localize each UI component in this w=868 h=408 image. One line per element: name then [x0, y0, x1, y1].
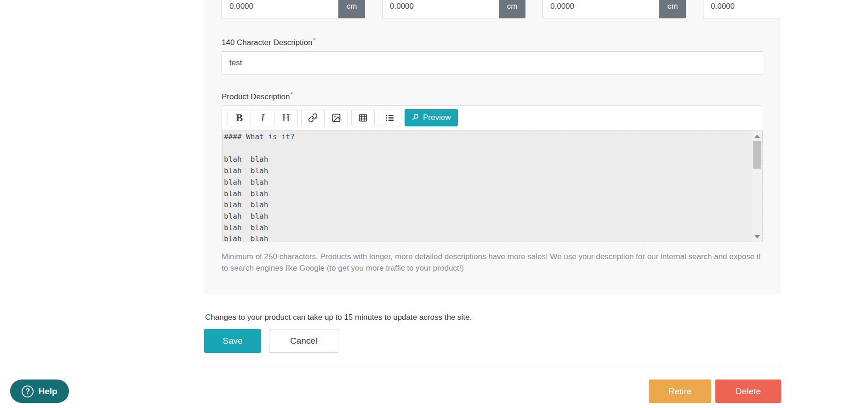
short-description-label-text: 140 Character Description [222, 38, 312, 47]
preview-button[interactable]: Preview [405, 109, 458, 126]
list-button-group [378, 109, 401, 126]
image-icon [331, 113, 341, 123]
bold-icon: B [236, 113, 243, 123]
table-icon [358, 113, 368, 123]
weight-field-group: kg [703, 0, 781, 18]
cancel-button[interactable]: Cancel [269, 329, 338, 353]
product-edit-page: cm cm cm kg 140 Character Description* P… [0, 0, 868, 408]
height-unit-addon: cm [659, 0, 686, 18]
italic-button[interactable]: I [251, 109, 274, 126]
length-input[interactable] [222, 0, 338, 18]
product-form-panel: cm cm cm kg 140 Character Description* P… [204, 0, 781, 295]
preview-button-label: Preview [423, 113, 451, 122]
short-description-input[interactable] [222, 51, 763, 74]
link-button[interactable] [301, 109, 325, 126]
product-description-label-text: Product Description [222, 92, 290, 101]
product-description-textarea[interactable]: #### What is it? blah blah blah blah bla… [222, 130, 763, 242]
short-description-label: 140 Character Description* [222, 36, 315, 47]
textarea-scrollbar[interactable] [752, 131, 762, 242]
product-description-content: #### What is it? blah blah blah blah bla… [223, 131, 762, 242]
scroll-up-arrow-icon[interactable] [754, 135, 760, 138]
help-button[interactable]: ? Help [10, 380, 69, 403]
unordered-list-icon [385, 113, 394, 123]
length-field-group: cm [222, 0, 365, 18]
update-delay-notice: Changes to your product can take up to 1… [205, 313, 472, 322]
markdown-editor: B I H [222, 105, 763, 242]
weight-input[interactable] [703, 0, 781, 18]
bold-button[interactable]: B [228, 109, 251, 126]
width-unit-addon: cm [499, 0, 525, 18]
link-icon [308, 113, 318, 123]
table-button-group [351, 109, 375, 126]
heading-button[interactable]: H [274, 109, 298, 126]
width-input[interactable] [382, 0, 499, 18]
heading-icon: H [282, 113, 290, 123]
scrollbar-thumb[interactable] [753, 141, 761, 169]
save-button[interactable]: Save [204, 329, 261, 353]
width-field-group: cm [382, 0, 525, 18]
unordered-list-button[interactable] [378, 109, 401, 126]
dimensions-row: cm cm cm kg [222, 0, 763, 18]
help-button-label: Help [38, 386, 57, 397]
height-field-group: cm [542, 0, 686, 18]
required-asterisk: * [313, 36, 315, 44]
scroll-down-arrow-icon[interactable] [754, 235, 760, 238]
insert-button-group [301, 109, 348, 126]
table-button[interactable] [351, 109, 375, 126]
text-style-button-group: B I H [228, 109, 298, 126]
markdown-toolbar: B I H [228, 109, 458, 126]
delete-button[interactable]: Delete [715, 380, 781, 403]
question-mark-icon: ? [22, 385, 34, 397]
product-description-label: Product Description* [222, 90, 293, 102]
length-unit-addon: cm [338, 0, 365, 18]
description-help-text: Minimum of 250 characters. Products with… [222, 251, 763, 274]
image-button[interactable] [325, 109, 348, 126]
retire-button[interactable]: Retire [649, 380, 711, 403]
italic-icon: I [261, 113, 264, 123]
height-input[interactable] [542, 0, 659, 18]
required-asterisk: * [290, 90, 293, 98]
footer-divider [204, 367, 782, 367]
magnifier-icon [412, 113, 419, 123]
